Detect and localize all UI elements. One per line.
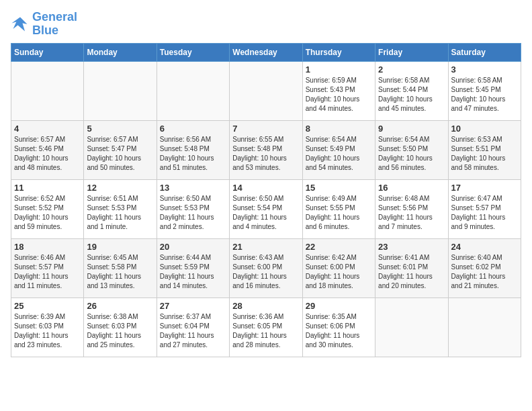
- day-number: 13: [160, 183, 226, 193]
- calendar-cell: 19Sunrise: 6:45 AM Sunset: 5:58 PM Dayli…: [84, 238, 157, 298]
- day-info: Sunrise: 6:50 AM Sunset: 5:54 PM Dayligh…: [232, 194, 299, 232]
- calendar-week-row: 25Sunrise: 6:39 AM Sunset: 6:03 PM Dayli…: [11, 298, 521, 357]
- calendar-header-row: SundayMondayTuesdayWednesdayThursdayFrid…: [11, 43, 521, 61]
- svg-marker-0: [11, 17, 27, 31]
- day-number: 8: [306, 124, 372, 134]
- day-info: Sunrise: 6:58 AM Sunset: 5:45 PM Dayligh…: [451, 76, 518, 113]
- day-number: 16: [378, 183, 445, 193]
- day-number: 24: [451, 242, 518, 252]
- day-number: 12: [87, 183, 153, 193]
- calendar-week-row: 1Sunrise: 6:59 AM Sunset: 5:43 PM Daylig…: [11, 61, 521, 120]
- page-header: General Blue: [11, 11, 521, 38]
- day-info: Sunrise: 6:38 AM Sunset: 6:03 PM Dayligh…: [87, 312, 153, 350]
- day-number: 11: [14, 183, 81, 193]
- calendar-cell: 2Sunrise: 6:58 AM Sunset: 5:44 PM Daylig…: [375, 61, 448, 120]
- calendar-cell: 6Sunrise: 6:56 AM Sunset: 5:48 PM Daylig…: [157, 120, 229, 179]
- day-info: Sunrise: 6:43 AM Sunset: 6:00 PM Dayligh…: [232, 253, 299, 291]
- day-info: Sunrise: 6:35 AM Sunset: 6:06 PM Dayligh…: [306, 312, 372, 350]
- calendar-header-tuesday: Tuesday: [157, 43, 229, 61]
- calendar-header-sunday: Sunday: [11, 43, 84, 61]
- calendar-cell: 17Sunrise: 6:47 AM Sunset: 5:57 PM Dayli…: [448, 179, 521, 238]
- day-info: Sunrise: 6:53 AM Sunset: 5:51 PM Dayligh…: [451, 135, 518, 173]
- calendar-header-wednesday: Wednesday: [230, 43, 302, 61]
- calendar-cell: 29Sunrise: 6:35 AM Sunset: 6:06 PM Dayli…: [302, 298, 375, 357]
- day-number: 28: [232, 301, 299, 311]
- calendar-cell: [157, 61, 229, 120]
- day-number: 20: [160, 242, 226, 252]
- day-number: 29: [306, 301, 372, 311]
- day-info: Sunrise: 6:49 AM Sunset: 5:55 PM Dayligh…: [306, 194, 372, 232]
- day-number: 27: [160, 301, 226, 311]
- day-info: Sunrise: 6:58 AM Sunset: 5:44 PM Dayligh…: [378, 76, 445, 113]
- calendar-cell: 16Sunrise: 6:48 AM Sunset: 5:56 PM Dayli…: [375, 179, 448, 238]
- calendar-cell: 13Sunrise: 6:50 AM Sunset: 5:53 PM Dayli…: [157, 179, 229, 238]
- day-number: 18: [14, 242, 81, 252]
- day-info: Sunrise: 6:40 AM Sunset: 6:02 PM Dayligh…: [451, 253, 518, 291]
- day-info: Sunrise: 6:56 AM Sunset: 5:48 PM Dayligh…: [160, 135, 226, 173]
- day-info: Sunrise: 6:41 AM Sunset: 6:01 PM Dayligh…: [378, 253, 445, 291]
- day-info: Sunrise: 6:47 AM Sunset: 5:57 PM Dayligh…: [451, 194, 518, 232]
- day-info: Sunrise: 6:45 AM Sunset: 5:58 PM Dayligh…: [87, 253, 153, 291]
- calendar-week-row: 4Sunrise: 6:57 AM Sunset: 5:46 PM Daylig…: [11, 120, 521, 179]
- calendar-cell: 4Sunrise: 6:57 AM Sunset: 5:46 PM Daylig…: [11, 120, 84, 179]
- day-info: Sunrise: 6:36 AM Sunset: 6:05 PM Dayligh…: [232, 312, 299, 350]
- day-number: 14: [232, 183, 299, 193]
- logo: General Blue: [11, 11, 77, 38]
- calendar-cell: [84, 61, 157, 120]
- day-number: 2: [378, 64, 445, 75]
- day-number: 23: [378, 242, 445, 252]
- day-info: Sunrise: 6:54 AM Sunset: 5:50 PM Dayligh…: [378, 135, 445, 173]
- day-info: Sunrise: 6:50 AM Sunset: 5:53 PM Dayligh…: [160, 194, 226, 232]
- calendar-cell: 20Sunrise: 6:44 AM Sunset: 5:59 PM Dayli…: [157, 238, 229, 298]
- calendar-table: SundayMondayTuesdayWednesdayThursdayFrid…: [11, 43, 521, 357]
- day-info: Sunrise: 6:51 AM Sunset: 5:53 PM Dayligh…: [87, 194, 153, 232]
- day-info: Sunrise: 6:57 AM Sunset: 5:46 PM Dayligh…: [14, 135, 81, 173]
- calendar-header-friday: Friday: [375, 43, 448, 61]
- calendar-cell: [230, 61, 302, 120]
- day-number: 26: [87, 301, 153, 311]
- calendar-cell: 25Sunrise: 6:39 AM Sunset: 6:03 PM Dayli…: [11, 298, 84, 357]
- calendar-cell: 11Sunrise: 6:52 AM Sunset: 5:52 PM Dayli…: [11, 179, 84, 238]
- day-info: Sunrise: 6:39 AM Sunset: 6:03 PM Dayligh…: [14, 312, 81, 350]
- calendar-cell: 28Sunrise: 6:36 AM Sunset: 6:05 PM Dayli…: [230, 298, 302, 357]
- day-info: Sunrise: 6:55 AM Sunset: 5:48 PM Dayligh…: [232, 135, 299, 173]
- calendar-cell: 14Sunrise: 6:50 AM Sunset: 5:54 PM Dayli…: [230, 179, 302, 238]
- day-info: Sunrise: 6:48 AM Sunset: 5:56 PM Dayligh…: [378, 194, 445, 232]
- calendar-cell: 22Sunrise: 6:42 AM Sunset: 6:00 PM Dayli…: [302, 238, 375, 298]
- calendar-cell: 12Sunrise: 6:51 AM Sunset: 5:53 PM Dayli…: [84, 179, 157, 238]
- calendar-cell: 9Sunrise: 6:54 AM Sunset: 5:50 PM Daylig…: [375, 120, 448, 179]
- day-info: Sunrise: 6:59 AM Sunset: 5:43 PM Dayligh…: [306, 76, 372, 113]
- calendar-cell: 24Sunrise: 6:40 AM Sunset: 6:02 PM Dayli…: [448, 238, 521, 298]
- logo-icon: [11, 15, 30, 34]
- day-number: 19: [87, 242, 153, 252]
- day-info: Sunrise: 6:44 AM Sunset: 5:59 PM Dayligh…: [160, 253, 226, 291]
- calendar-cell: 27Sunrise: 6:37 AM Sunset: 6:04 PM Dayli…: [157, 298, 229, 357]
- calendar-cell: [11, 61, 84, 120]
- day-number: 17: [451, 183, 518, 193]
- calendar-week-row: 11Sunrise: 6:52 AM Sunset: 5:52 PM Dayli…: [11, 179, 521, 238]
- day-number: 6: [160, 124, 226, 134]
- calendar-cell: 5Sunrise: 6:57 AM Sunset: 5:47 PM Daylig…: [84, 120, 157, 179]
- calendar-cell: 23Sunrise: 6:41 AM Sunset: 6:01 PM Dayli…: [375, 238, 448, 298]
- day-info: Sunrise: 6:54 AM Sunset: 5:49 PM Dayligh…: [306, 135, 372, 173]
- day-number: 22: [306, 242, 372, 252]
- calendar-cell: [375, 298, 448, 357]
- day-number: 7: [232, 124, 299, 134]
- calendar-header-thursday: Thursday: [302, 43, 375, 61]
- day-info: Sunrise: 6:46 AM Sunset: 5:57 PM Dayligh…: [14, 253, 81, 291]
- day-number: 3: [451, 64, 518, 75]
- calendar-cell: 26Sunrise: 6:38 AM Sunset: 6:03 PM Dayli…: [84, 298, 157, 357]
- day-number: 5: [87, 124, 153, 134]
- day-number: 21: [232, 242, 299, 252]
- day-info: Sunrise: 6:57 AM Sunset: 5:47 PM Dayligh…: [87, 135, 153, 173]
- calendar-header-monday: Monday: [84, 43, 157, 61]
- calendar-cell: 10Sunrise: 6:53 AM Sunset: 5:51 PM Dayli…: [448, 120, 521, 179]
- calendar-cell: 8Sunrise: 6:54 AM Sunset: 5:49 PM Daylig…: [302, 120, 375, 179]
- calendar-cell: 18Sunrise: 6:46 AM Sunset: 5:57 PM Dayli…: [11, 238, 84, 298]
- day-number: 15: [306, 183, 372, 193]
- day-number: 9: [378, 124, 445, 134]
- calendar-cell: 7Sunrise: 6:55 AM Sunset: 5:48 PM Daylig…: [230, 120, 302, 179]
- calendar-cell: [448, 298, 521, 357]
- calendar-week-row: 18Sunrise: 6:46 AM Sunset: 5:57 PM Dayli…: [11, 238, 521, 298]
- day-number: 4: [14, 124, 81, 134]
